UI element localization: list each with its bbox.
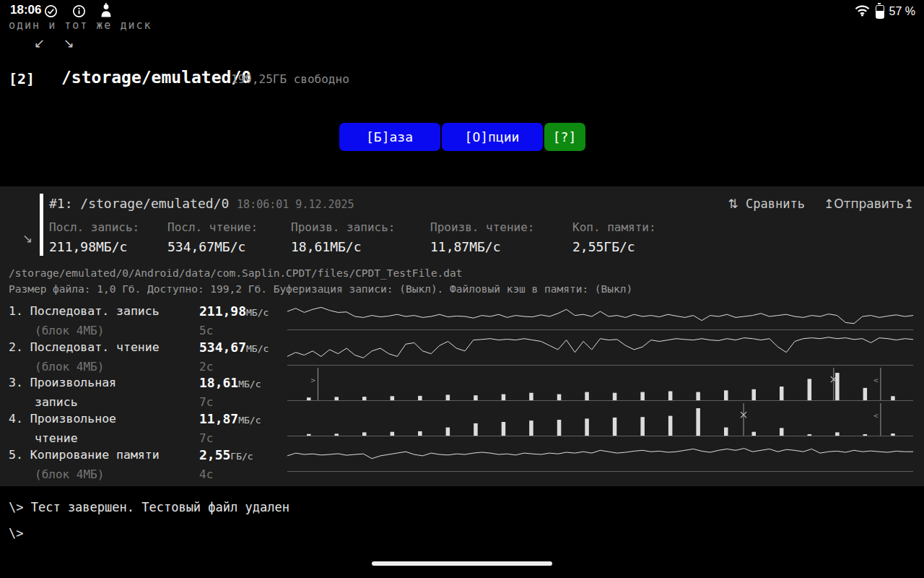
help-button[interactable]: [?] [544,123,585,151]
chart-seq-read [287,330,913,366]
svg-text:>: > [310,376,315,385]
test-row: 3. Произвольная18,61МБ/с запись7с [9,374,287,410]
chart-seq-write [287,302,913,330]
test-row: 1. Последоват. запись211,98МБ/с (блок 4М… [9,302,287,338]
drive-index[interactable]: [2] [9,70,35,87]
drive-free-space: 199,25ГБ свободно [231,72,349,86]
console-prompt: \> [9,526,23,540]
toolbar: [Б]аза [О]пции [?] [0,123,924,151]
resize-arrows[interactable]: ↙ ↘ [34,35,82,51]
summary-rand-write: Произв. запись: 18,61МБ/с [291,218,396,257]
chart-rand-read: < [287,401,913,436]
result-actions: ⇅ Сравнить ↥Отправить↥ [728,197,914,211]
battery-percent: 57 % [889,5,915,18]
test-row: 2. Последоват. чтение534,67МБ/с (блок 4М… [9,338,287,374]
compare-link[interactable]: ⇅ Сравнить [728,197,805,211]
battery-icon [876,5,884,19]
charts-area: >< < [287,302,913,472]
compare-icon: ⇅ [728,197,738,211]
summary-seq-read: Посл. чтение: 534,67МБ/с [167,218,258,257]
summary-rand-read: Произв. чтение: 11,87МБ/с [430,218,535,257]
send-link[interactable]: ↥Отправить↥ [824,197,914,211]
result-title[interactable]: #1: /storage/emulated/0 18:06:01 9.12.20… [49,196,354,211]
summary-mem-copy: Коп. памяти: 2,55ГБ/с [572,218,656,257]
same-disk-note: один и тот же диск [9,19,152,32]
svg-text:<: < [873,376,879,385]
clock: 18:06 [10,3,41,17]
options-button[interactable]: [О]пции [442,123,543,151]
wifi-icon [854,4,871,20]
test-list: 1. Последоват. запись211,98МБ/с (блок 4М… [9,302,287,481]
test-row: 4. Произвольное11,87МБ/с чтение7с [9,410,287,446]
home-indicator[interactable] [372,561,552,566]
chart-rand-write: >< [287,366,913,401]
results-panel: ↘ #1: /storage/emulated/0 18:06:01 9.12.… [0,186,924,486]
drive-path[interactable]: /storage/emulated/0 [61,68,251,87]
test-row: 5. Копирование памяти2,55ГБ/с (блок 4МБ)… [9,446,287,482]
console-message: \> Тест завершен. Тестовый файл удален [9,500,289,514]
database-button[interactable]: [Б]аза [339,123,440,151]
collapse-arrow[interactable]: ↘ [22,231,32,246]
result-timestamp: 18:06:01 9.12.2025 [237,198,354,211]
selection-bar [40,194,43,256]
summary-seq-write: Посл. запись: 211,98МБ/с [49,218,139,257]
test-file-info: Размер файла: 1,0 Гб. Доступно: 199,2 Гб… [9,283,632,295]
chart-mem-copy [287,436,913,472]
svg-text:<: < [873,411,879,420]
cpdt-app-screen: 18:06 57 % один и тот же диск ↙ ↘ [2] /s… [0,0,924,578]
test-file-path: /storage/emulated/0/Android/data/com.Sap… [9,267,463,279]
